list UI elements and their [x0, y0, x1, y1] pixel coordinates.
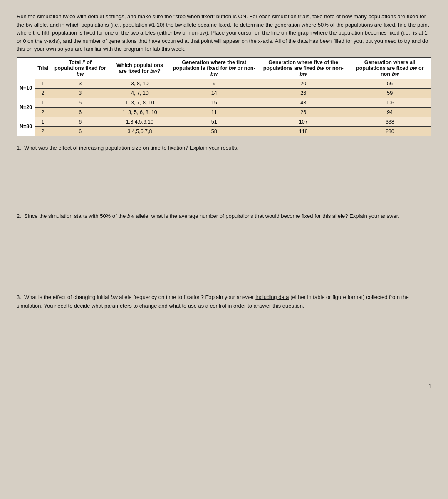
cell-total-2: 5	[51, 98, 109, 107]
col-header-which: Which populations are fixed for bw?	[109, 57, 170, 79]
cell-gen-first-4: 51	[170, 117, 258, 126]
cell-gen-five-1: 26	[258, 88, 349, 98]
cell-total-3: 6	[51, 107, 109, 117]
page-number: 1	[17, 383, 431, 389]
cell-trial-2: 1	[35, 98, 51, 107]
intro-paragraph: Run the simulation twice with default se…	[17, 12, 431, 53]
cell-gen-first-1: 14	[170, 88, 258, 98]
question-1-answer-space	[17, 158, 431, 200]
cell-which-1: 4, 7, 10	[109, 88, 170, 98]
cell-gen-all-3: 94	[349, 107, 431, 117]
cell-gen-all-5: 280	[349, 126, 431, 136]
cell-gen-five-3: 26	[258, 107, 349, 117]
cell-trial-0: 1	[35, 79, 51, 88]
cell-gen-five-0: 20	[258, 79, 349, 88]
cell-trial-3: 2	[35, 107, 51, 117]
col-header-total: Total # of populations fixed for bw	[51, 57, 109, 79]
cell-gen-all-1: 59	[349, 88, 431, 98]
cell-gen-first-2: 15	[170, 98, 258, 107]
question-3-text: 3. What is the effect of changing initia…	[17, 293, 431, 311]
cell-gen-all-4: 338	[349, 117, 431, 126]
cell-which-2: 1, 3, 7, 8, 10	[109, 98, 170, 107]
cell-total-1: 3	[51, 88, 109, 98]
cell-gen-five-5: 118	[258, 126, 349, 136]
row-label-2: N=20	[17, 98, 35, 117]
cell-gen-first-0: 9	[170, 79, 258, 88]
question-3-block: 3. What is the effect of changing initia…	[17, 293, 431, 371]
cell-total-4: 6	[51, 117, 109, 126]
question-3-answer-space	[17, 316, 431, 371]
cell-which-5: 3,4,5,6,7,8	[109, 126, 170, 136]
col-header-trial: Trial	[35, 57, 51, 79]
question-1-block: 1. What was the effect of increasing pop…	[17, 144, 431, 200]
cell-which-3: 1, 3, 5, 6, 8, 10	[109, 107, 170, 117]
col-header-gen-first: Generation where the first population is…	[170, 57, 258, 79]
question-2-text: 2. Since the simulation starts with 50% …	[17, 212, 431, 221]
cell-gen-all-0: 56	[349, 79, 431, 88]
cell-gen-first-3: 11	[170, 107, 258, 117]
cell-gen-five-2: 43	[258, 98, 349, 107]
cell-gen-first-5: 58	[170, 126, 258, 136]
col-header-gen-all: Generation where all populations are fix…	[349, 57, 431, 79]
cell-gen-five-4: 107	[258, 117, 349, 126]
col-header-empty	[17, 57, 35, 79]
cell-which-4: 1,3,4,5,9,10	[109, 117, 170, 126]
row-label-0: N=10	[17, 79, 35, 98]
question-2-block: 2. Since the simulation starts with 50% …	[17, 212, 431, 281]
cell-total-0: 3	[51, 79, 109, 88]
cell-total-5: 6	[51, 126, 109, 136]
question-2-answer-space	[17, 227, 431, 281]
col-header-gen-five: Generation where five of the populations…	[258, 57, 349, 79]
cell-trial-5: 2	[35, 126, 51, 136]
row-label-4: N=80	[17, 117, 35, 136]
cell-gen-all-2: 106	[349, 98, 431, 107]
cell-trial-1: 2	[35, 88, 51, 98]
cell-trial-4: 1	[35, 117, 51, 126]
data-table: Trial Total # of populations fixed for b…	[17, 57, 431, 136]
cell-which-0: 3, 8, 10	[109, 79, 170, 88]
question-1-text: 1. What was the effect of increasing pop…	[17, 144, 431, 153]
